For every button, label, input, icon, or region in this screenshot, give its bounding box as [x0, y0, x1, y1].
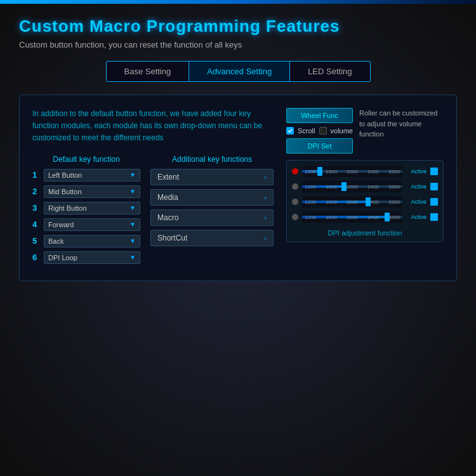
key-number-4: 4	[32, 220, 41, 229]
dpi-section: 1200 1600 2000 2400 3200 Active	[286, 160, 444, 242]
key-number-5: 5	[32, 236, 41, 246]
key-dropdown-1[interactable]: Left Button ▼	[44, 169, 140, 182]
tab-advanced-setting[interactable]: Advanced Setting	[189, 62, 290, 81]
key-dropdown-3[interactable]: Right Button ▼	[44, 202, 140, 215]
dpi-row-2: 1200 1600 2000 2400 3200 Active	[292, 181, 438, 192]
dropdown-arrow-4: ▼	[129, 221, 136, 228]
dpi-dot-2	[292, 183, 298, 190]
key-row-3: 3 Right Button ▼	[32, 202, 140, 215]
key-dropdown-4[interactable]: Forward ▼	[44, 218, 140, 231]
dpi-thumb-1[interactable]	[317, 167, 322, 176]
scroll-label: Scroll	[298, 127, 315, 135]
scroll-checkbox[interactable]	[286, 127, 294, 135]
extent-arrow: ›	[264, 173, 267, 181]
dpi-active-1: Active	[406, 168, 426, 175]
main-content-box: In addition to the default button functi…	[19, 95, 457, 281]
dpi-thumb-4[interactable]	[385, 213, 390, 221]
dpi-slider-2[interactable]: 1200 1600 2000 2400 3200	[302, 181, 402, 192]
func-extent[interactable]: Extent ›	[150, 169, 274, 185]
controls-left: Wheel Func Scroll volume DPI Set	[286, 108, 353, 154]
key-dropdown-6[interactable]: DPI Loop ▼	[44, 251, 140, 264]
dpi-thumb-3[interactable]	[366, 197, 371, 206]
shortcut-arrow: ›	[264, 234, 267, 242]
top-controls: Wheel Func Scroll volume DPI Set Roller …	[286, 108, 444, 154]
dpi-dot-4	[292, 214, 298, 220]
key-dropdown-5[interactable]: Back ▼	[44, 235, 140, 248]
additional-keys-section: Additional key functions Extent › Media …	[150, 155, 274, 268]
key-row-1: 1 Left Button ▼	[32, 169, 140, 182]
left-panel: In addition to the default button functi…	[32, 108, 274, 268]
dpi-slider-3[interactable]: 1200 1600 2000 2400 3200	[302, 196, 402, 208]
dpi-dot-1	[292, 168, 298, 175]
dpi-active-4: Active	[406, 214, 426, 220]
key-number-6: 6	[32, 253, 41, 262]
dpi-set-button[interactable]: DPI Set	[286, 138, 353, 154]
dropdown-arrow-1: ▼	[129, 171, 136, 178]
key-dropdown-2[interactable]: Mid Button ▼	[44, 185, 140, 198]
key-number-1: 1	[32, 170, 41, 180]
dpi-dot-3	[292, 199, 298, 205]
macro-arrow: ›	[264, 214, 267, 221]
dpi-checkbox-3[interactable]	[430, 198, 438, 206]
func-media[interactable]: Media ›	[150, 189, 274, 206]
wheel-func-button[interactable]: Wheel Func	[286, 108, 353, 123]
default-keys-title: Default key function	[32, 155, 140, 164]
dpi-row-3: 1200 1600 2000 2400 3200 Active	[292, 196, 438, 208]
default-keys-section: Default key function 1 Left Button ▼ 2 M…	[32, 155, 140, 268]
dropdown-arrow-5: ▼	[129, 237, 136, 244]
dpi-checkbox-1[interactable]	[430, 168, 438, 175]
dpi-checkbox-2[interactable]	[430, 183, 438, 190]
dpi-active-3: Active	[406, 199, 426, 205]
key-row-4: 4 Forward ▼	[32, 218, 140, 231]
scroll-row: Scroll volume	[286, 127, 353, 135]
func-shortcut[interactable]: ShortCut ›	[150, 230, 274, 246]
roller-description: Roller can be customized to adjust the v…	[359, 108, 444, 140]
dpi-checkbox-4[interactable]	[430, 213, 438, 221]
volume-label: volume	[331, 127, 353, 135]
tab-base-setting[interactable]: Base Setting	[107, 62, 190, 81]
dpi-active-2: Active	[406, 183, 426, 190]
volume-checkbox[interactable]	[319, 127, 327, 135]
right-panel: Wheel Func Scroll volume DPI Set Roller …	[286, 108, 444, 268]
additional-keys-title: Additional key functions	[150, 155, 274, 164]
key-row-6: 6 DPI Loop ▼	[32, 251, 140, 264]
page-subtitle: Custom button function, you can reset th…	[19, 40, 457, 50]
key-number-3: 3	[32, 203, 41, 213]
dropdown-arrow-3: ▼	[129, 204, 136, 211]
key-number-2: 2	[32, 187, 41, 196]
media-arrow: ›	[264, 194, 267, 201]
key-row-2: 2 Mid Button ▼	[32, 185, 140, 198]
dpi-slider-1[interactable]: 1200 1600 2000 2400 3200	[302, 166, 402, 177]
tab-bar: Base Setting Advanced Setting LED Settin…	[19, 61, 457, 82]
dpi-thumb-2[interactable]	[341, 182, 347, 191]
tab-led-setting[interactable]: LED Setting	[290, 62, 369, 81]
key-row-5: 5 Back ▼	[32, 235, 140, 248]
page-title: Custom Macro Programming Features	[19, 17, 457, 36]
dpi-slider-4[interactable]: 1200 1600 2000 2400 3200	[302, 211, 402, 223]
func-macro[interactable]: Macro ›	[150, 209, 274, 226]
description-text: In addition to the default button functi…	[32, 108, 274, 145]
dpi-row-4: 1200 1600 2000 2400 3200 Active	[292, 211, 438, 223]
dropdown-arrow-6: ▼	[129, 254, 136, 261]
dpi-row-1: 1200 1600 2000 2400 3200 Active	[292, 166, 438, 177]
dpi-caption: DPI adjustment function	[292, 229, 438, 237]
dropdown-arrow-2: ▼	[129, 188, 136, 195]
